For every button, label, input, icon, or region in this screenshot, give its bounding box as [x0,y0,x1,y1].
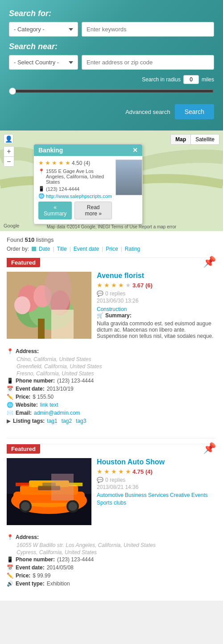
advanced-search-link[interactable]: Advanced search [125,109,170,115]
cat-sports[interactable]: Sports clubs [97,500,126,506]
popup-stars-row: ★ ★ ★ ★ ★ 4.50 (4) [38,160,112,166]
speaker-icon-2: 🔊 [7,581,13,587]
phone-icon-1: 📱 [7,378,13,384]
listing-item-1: Avenue florist ★ ★ ★ ★ ★ 3.67 (6) 💬 0 re… [7,272,216,344]
listing-category-1[interactable]: Construction [97,306,127,312]
listing-image-car [7,458,91,525]
listing-image-florist [7,272,91,339]
slider-row [9,88,214,101]
tab-satellite[interactable]: Satellite [190,135,219,144]
listing-details-2: 📍 Address: 16055 W Badillo str. Los Ange… [7,534,216,587]
found-count: 510 [25,236,35,243]
summary-text-1: Nulla gravida commodo est. sed euismod a… [97,320,216,339]
search-section: Search for: - Category - Search near: - … [0,0,223,130]
tag3[interactable]: tag3 [76,418,86,424]
popup-title: Banking [38,147,63,154]
svg-rect-10 [51,310,74,339]
radius-input[interactable] [183,75,199,84]
search-for-label: Search for: [9,9,214,18]
listings-section: Found 510 listings Order by: Date | Titl… [0,231,223,601]
pin-icon-2: 📌 [203,442,216,455]
price-row-2: ✏️ Price: $ 99.99 [7,572,216,579]
address-icon-2: 📍 [7,534,13,540]
listing-categories-2: Automotive Business Services Creative Ev… [97,492,216,506]
phone-icon: 📱 [38,186,45,192]
svg-rect-26 [51,474,74,501]
map-person-icon[interactable]: 👤 [4,134,13,144]
popup-close-button[interactable]: ✕ [132,147,138,154]
address2-1: Greenfield, California, United States [17,363,216,370]
star-4: ★ [58,160,64,166]
featured-badge-2: Featured [7,444,40,454]
zoom-in-button[interactable]: + [4,147,14,156]
summary-label: Summary: [105,312,132,319]
order-title-link[interactable]: Title [57,246,67,252]
tag1[interactable]: tag1 [47,418,57,424]
address-main-2: 16055 W Badillo str. Los Angeles, Califo… [17,542,216,548]
listing-content-2: Houston Auto Show ★ ★ ★ ★ ★ 4.75 (4) 💬 0… [97,458,216,525]
radius-slider[interactable] [9,88,214,95]
listing-date-2: 2013/08/21 14:36 [97,484,216,490]
calendar-icon-1: 📅 [7,386,13,392]
event-date-row-2: 📅 Event date: 2014/05/08 [7,564,216,571]
lst-5: ★ [125,282,131,289]
tag2[interactable]: tag2 [62,418,72,424]
listing-replies-1: 💬 0 replies [97,290,216,297]
address-row-2: 📍 Address: [7,534,216,540]
address2-2: Cypress, California, United States [17,549,216,556]
event-type-row-2: 🔊 Event type: Exhibition [7,581,216,587]
order-date-link[interactable]: Date [39,246,50,252]
popup-summary-button[interactable]: « Summary [38,202,72,219]
radius-label: Search in radius [142,76,181,83]
address3-1: Fresno, California, United States [17,370,216,377]
listing-rating-2: 4.75 (4) [132,468,153,475]
category-select[interactable]: - Category - [9,22,78,37]
svg-rect-7 [38,319,45,339]
featured-item-2: Featured 📌 [7,444,216,595]
website-link-1[interactable]: link text [40,402,58,408]
featured-badge-1: Featured [7,258,40,267]
lst2-1: ★ [97,468,103,475]
popup-header: Banking ✕ [34,144,142,156]
order-rating-link[interactable]: Rating [125,246,140,252]
search-button[interactable]: Search [175,104,214,119]
tags-icon-1: ▶ [7,418,11,424]
order-dot-icon [32,247,36,251]
listing-rating-1: 3.67 (6) [132,282,153,289]
svg-rect-25 [16,483,29,486]
cat-biz[interactable]: Business Services [125,492,169,498]
listing-replies-2: 💬 0 replies [97,477,216,483]
map-section: 👤 + − Map Satellite Banking ✕ ★ ★ ★ ★ ★ … [0,130,223,231]
address-input[interactable] [82,55,214,70]
email-row-1: ✉️ Email: admin@admin.com [7,410,216,416]
lst-4: ★ [118,282,124,289]
listing-title-2[interactable]: Houston Auto Show [97,458,216,466]
popup-read-button[interactable]: Read more » [74,202,112,219]
listing-title-1[interactable]: Avenue florist [97,272,216,280]
listing-item-2: Houston Auto Show ★ ★ ★ ★ ★ 4.75 (4) 💬 0… [7,458,216,530]
website-row-1: 🌐 Website: link text [7,402,216,408]
bottom-row: Advanced search Search [9,104,214,119]
price-icon-1: ✏️ [7,394,13,400]
cat-creative[interactable]: Creative Events [170,492,208,498]
listing-details-1: 📍 Address: Chino, California, United Sta… [7,348,216,424]
email-link-1[interactable]: admin@admin.com [34,410,80,416]
web-icon: 🌐 [38,193,45,199]
event-date-row-1: 📅 Event date: 2013/10/19 [7,386,216,392]
replies-icon-1: 💬 [97,290,103,297]
address-row-1: 📍 Address: [7,348,216,354]
map-logo: Google [4,223,19,228]
order-event-link[interactable]: Event date [74,246,99,252]
globe-icon-1: 🌐 [7,402,13,408]
popup-website[interactable]: 🌐 http://www.salephpscripts.com [38,193,112,199]
keyword-input[interactable] [82,22,214,37]
country-select[interactable]: - Select Country - [9,55,78,70]
order-price-link[interactable]: Price [106,246,118,252]
svg-point-21 [68,502,77,511]
zoom-out-button[interactable]: − [4,156,14,166]
map-zoom-controls: + − [4,146,14,167]
cat-auto[interactable]: Automotive [97,492,124,498]
tab-map[interactable]: Map [171,135,190,144]
address-main-1: Chino, California, United States [17,356,216,362]
lst2-4: ★ [118,468,124,475]
